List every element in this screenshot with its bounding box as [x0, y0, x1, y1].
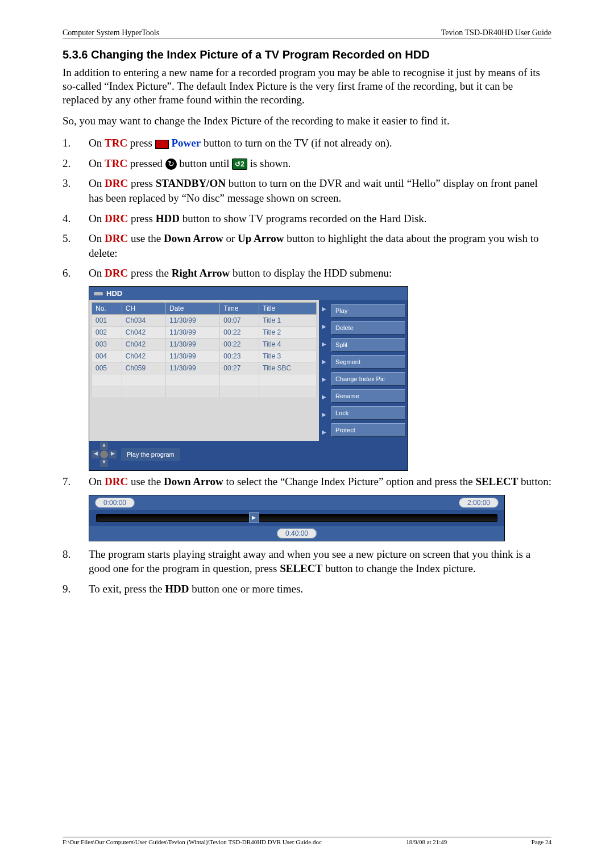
menu-protect[interactable]: Protect — [331, 423, 405, 437]
play-marker-icon[interactable]: ▶ — [249, 512, 259, 523]
chevron-right-icon: ▶ — [322, 411, 326, 418]
footer-path: F:\Our Files\Our Computers\User Guides\T… — [63, 838, 322, 845]
timeline-track[interactable]: ▶ — [96, 514, 497, 522]
menu-split[interactable]: Split — [331, 338, 405, 352]
cell-time: 00:07 — [220, 315, 259, 327]
cell-no: 004 — [92, 350, 122, 362]
cell-date: 11/30/99 — [165, 362, 219, 374]
text: is shown. — [247, 157, 291, 169]
menu-rename[interactable]: Rename — [331, 389, 405, 403]
cell-title: Title 4 — [259, 339, 317, 350]
text: On — [89, 232, 105, 244]
menu-lock[interactable]: Lock — [331, 406, 405, 420]
up-arrow-label: Up Arrow — [238, 232, 284, 244]
table-row-empty — [92, 386, 317, 398]
step-number: 6. — [63, 266, 89, 281]
intro-paragraph-1: In addition to entering a new name for a… — [63, 66, 551, 106]
chevron-right-icon: ▶ — [322, 323, 326, 329]
step-6: 6. On DRC press the Right Arrow button t… — [63, 266, 551, 281]
text: button to change the Index picture. — [322, 562, 476, 574]
text: or — [223, 232, 238, 244]
steps-list-end: 8. The program starts playing straight a… — [63, 547, 551, 596]
cell-ch: Ch042 — [122, 350, 165, 362]
table-row[interactable]: 002 Ch042 11/30/99 00:22 Title 2 — [92, 327, 317, 339]
text: button: — [518, 475, 551, 487]
step-7: 7. On DRC use the Down Arrow to select t… — [63, 474, 551, 489]
text: To exit, press the — [89, 583, 165, 595]
cell-title: Title 3 — [259, 350, 317, 362]
menu-segment[interactable]: Segment — [331, 355, 405, 369]
text: On — [89, 212, 105, 224]
cell-date: 11/30/99 — [165, 315, 219, 327]
col-ch: CH — [122, 303, 165, 315]
chevron-right-icon: ▶ — [322, 376, 326, 382]
submenu: Play Delete Split Segment Change Index P… — [329, 300, 408, 441]
hdd-titlebar: HDD — [89, 287, 408, 300]
text: press — [128, 212, 156, 224]
step-number: 9. — [63, 582, 89, 596]
hdd-screenshot: HDD No. CH Date Time Title 001 Ch034 11/… — [89, 286, 408, 471]
col-time: Time — [220, 303, 259, 315]
page-header: Computer System HyperTools Tevion TSD-DR… — [63, 28, 551, 39]
cell-ch: Ch042 — [122, 339, 165, 350]
hdd-label: HDD — [165, 583, 189, 595]
col-no: No. — [92, 303, 122, 315]
cell-date: 11/30/99 — [165, 327, 219, 339]
text: button to display the HDD submenu: — [230, 267, 392, 279]
chevron-right-icon: ▶ — [322, 341, 326, 347]
step-number: 1. — [63, 136, 89, 151]
cell-no: 003 — [92, 339, 122, 350]
chevron-right-icon: ▶ — [322, 394, 326, 400]
step-number: 8. — [63, 547, 89, 576]
steps-list-continued: 7. On DRC use the Down Arrow to select t… — [63, 474, 551, 489]
step-number: 3. — [63, 176, 89, 205]
step-1: 1. On TRC press Power button to turn on … — [63, 136, 551, 151]
table-row[interactable]: 001 Ch034 11/30/99 00:07 Title 1 — [92, 315, 317, 327]
step-number: 7. — [63, 474, 89, 489]
table-row[interactable]: 003 Ch042 11/30/99 00:22 Title 4 — [92, 339, 317, 350]
col-date: Date — [165, 303, 219, 315]
time-position-pill: 0:40:00 — [277, 528, 317, 539]
step-9: 9. To exit, press the HDD button one or … — [63, 582, 551, 596]
standby-label: STANDBY/ON — [156, 177, 226, 189]
text: On — [89, 157, 105, 169]
footer-page: Page 24 — [532, 838, 551, 845]
cell-no: 005 — [92, 362, 122, 374]
section-title: 5.3.6 Changing the Index Picture of a TV… — [63, 48, 551, 61]
trc-label: TRC — [105, 157, 127, 169]
time-start-pill: 0:00:00 — [95, 498, 135, 508]
time-end-pill: 2:00:00 — [459, 498, 499, 508]
text: press — [128, 177, 156, 189]
cell-ch: Ch059 — [122, 362, 165, 374]
cell-no: 002 — [92, 327, 122, 339]
cell-ch: Ch034 — [122, 315, 165, 327]
trc-label: TRC — [105, 137, 127, 149]
cell-title: Title 1 — [259, 315, 317, 327]
text: button to turn on the TV (if not already… — [201, 137, 392, 149]
menu-delete[interactable]: Delete — [331, 321, 405, 335]
step-5: 5. On DRC use the Down Arrow or Up Arrow… — [63, 231, 551, 260]
drc-label: DRC — [105, 212, 128, 224]
cell-no: 001 — [92, 315, 122, 327]
page-footer: F:\Our Files\Our Computers\User Guides\T… — [63, 837, 551, 845]
step-number: 4. — [63, 211, 89, 226]
table-row[interactable]: 004 Ch042 11/30/99 00:23 Title 3 — [92, 350, 317, 362]
drc-label: DRC — [105, 232, 128, 244]
step-number: 5. — [63, 231, 89, 260]
col-title: Title — [259, 303, 317, 315]
text: to select the “Change Index Picture” opt… — [223, 475, 476, 487]
step-3: 3. On DRC press STANDBY/ON button to tur… — [63, 176, 551, 205]
table-row[interactable]: 005 Ch059 11/30/99 00:27 Title SBC — [92, 362, 317, 374]
arrow-column: ▶ ▶ ▶ ▶ ▶ ▶ ▶ ▶ — [319, 300, 329, 441]
text: use the — [128, 232, 164, 244]
header-right: Tevion TSD-DR40HD User Guide — [441, 28, 551, 37]
cell-time: 00:22 — [220, 327, 259, 339]
text: On — [89, 475, 105, 487]
header-left: Computer System HyperTools — [63, 28, 159, 37]
hdd-title-text: HDD — [106, 289, 122, 298]
text: On — [89, 137, 105, 149]
menu-change-index-pic[interactable]: Change Index Pic — [331, 372, 405, 386]
right-arrow-label: Right Arrow — [172, 267, 230, 279]
step-2: 2. On TRC pressed ↻ button until ↺2 is s… — [63, 156, 551, 171]
menu-play[interactable]: Play — [331, 304, 405, 318]
